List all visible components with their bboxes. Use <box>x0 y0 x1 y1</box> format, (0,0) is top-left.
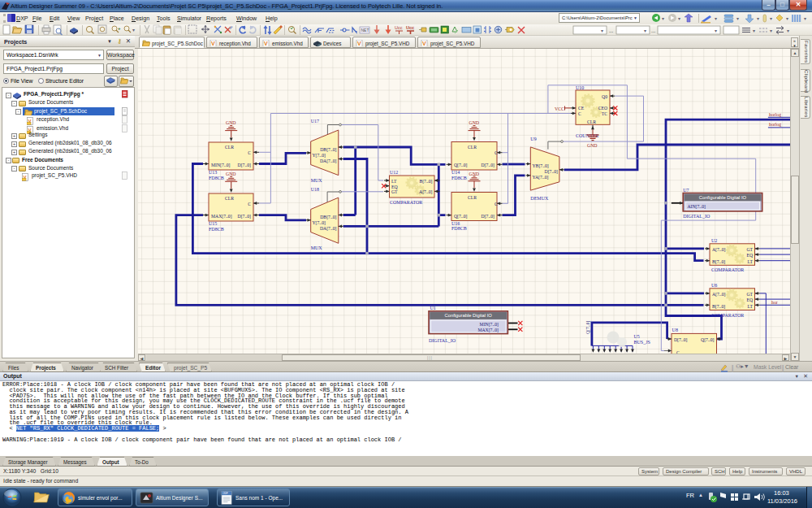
svg-text:Ucc: Ucc <box>406 25 414 30</box>
svg-text:DA[7..0]: DA[7..0] <box>320 158 337 163</box>
svg-text:▾: ▾ <box>644 28 646 33</box>
svg-text:V: V <box>264 41 268 46</box>
svg-text:B[7..0]: B[7..0] <box>712 304 725 309</box>
svg-text:▾: ▾ <box>736 16 739 21</box>
svg-text:MIN[7..0]: MIN[7..0] <box>480 322 499 327</box>
svg-text:▾: ▾ <box>787 28 789 33</box>
svg-text:YA[7..0]: YA[7..0] <box>533 175 549 180</box>
svg-text:horlog: horlog <box>769 122 781 127</box>
svg-text:COMPARATOR: COMPARATOR <box>711 313 744 318</box>
svg-text:ODF: ODF <box>222 492 228 495</box>
svg-text:GND: GND <box>587 143 598 148</box>
svg-text:DIGITAL_IO: DIGITAL_IO <box>683 214 710 219</box>
svg-text:FD8CB: FD8CB <box>209 227 224 232</box>
svg-text:LT: LT <box>748 259 754 264</box>
svg-text:U14: U14 <box>451 170 460 175</box>
svg-text:B[7..0]: B[7..0] <box>712 259 725 264</box>
svg-text:▾: ▾ <box>786 16 788 21</box>
svg-text:EQ: EQ <box>746 253 753 258</box>
svg-text:V: V <box>211 41 215 46</box>
svg-text:+: + <box>118 26 121 31</box>
svg-text:NET: NET <box>361 28 369 33</box>
svg-text:▾: ▾ <box>601 28 603 33</box>
svg-text:Y[7..0]: Y[7..0] <box>313 153 326 158</box>
svg-text:MUX: MUX <box>311 178 323 183</box>
svg-text:C: C <box>248 150 251 155</box>
svg-text:horlog: horlog <box>769 112 781 117</box>
svg-text:Configurable Digital IO: Configurable Digital IO <box>445 313 493 318</box>
svg-text:A[7..0]: A[7..0] <box>712 292 726 297</box>
svg-text:DA[7..0]: DA[7..0] <box>320 226 337 231</box>
svg-text:YB[7..0]: YB[7..0] <box>533 163 549 168</box>
svg-text:▾: ▾ <box>753 28 755 33</box>
svg-text:▾: ▾ <box>770 28 772 33</box>
svg-text:U15: U15 <box>209 221 217 226</box>
svg-text:D[7..0]: D[7..0] <box>238 214 252 219</box>
svg-text:...: ... <box>651 28 656 33</box>
svg-text:CLR: CLR <box>225 145 234 150</box>
svg-text:D[7..0]: D[7..0] <box>482 214 495 219</box>
svg-text:U10: U10 <box>576 85 584 90</box>
svg-text:CE: CE <box>578 106 585 111</box>
svg-text:U9: U9 <box>530 137 536 141</box>
svg-text:DEMUX: DEMUX <box>530 196 549 201</box>
svg-text:COMPARATOR: COMPARATOR <box>390 200 422 205</box>
svg-text:GT: GT <box>746 247 753 252</box>
svg-text:LT: LT <box>391 179 397 184</box>
svg-text:GT: GT <box>746 292 753 297</box>
svg-text:▾: ▾ <box>770 16 772 21</box>
svg-text:MAX[7..0]: MAX[7..0] <box>211 214 232 219</box>
svg-text:U18: U18 <box>311 187 319 192</box>
svg-text:DB[7..0]: DB[7..0] <box>320 147 336 152</box>
svg-text:U1: U1 <box>430 306 435 310</box>
svg-text:U16: U16 <box>451 221 460 226</box>
svg-text:LT: LT <box>748 304 754 309</box>
svg-text:C: C <box>578 111 581 116</box>
svg-text:U7: U7 <box>683 188 689 193</box>
svg-text:GND: GND <box>469 172 480 176</box>
svg-text:FD8CB: FD8CB <box>451 176 467 180</box>
svg-text:FD8CB: FD8CB <box>209 176 224 180</box>
svg-text:Q[7..0]: Q[7..0] <box>701 337 715 342</box>
svg-text:VCC: VCC <box>555 106 564 111</box>
svg-text:hor: hor <box>771 300 778 305</box>
svg-text:U17: U17 <box>311 119 319 124</box>
svg-text:▾: ▾ <box>715 28 717 33</box>
svg-text:CEO: CEO <box>598 106 607 111</box>
svg-text:D[7..0]: D[7..0] <box>482 163 495 167</box>
svg-text:GND: GND <box>226 172 236 176</box>
svg-text:▾: ▾ <box>715 16 717 21</box>
svg-text:A[7..0]: A[7..0] <box>712 247 726 252</box>
svg-text:MUX: MUX <box>311 245 323 250</box>
svg-text:CLR: CLR <box>587 119 596 124</box>
svg-text:▾: ▾ <box>678 16 680 21</box>
svg-text:U2: U2 <box>711 238 717 243</box>
svg-text:Configurable Digital IO: Configurable Digital IO <box>699 195 747 200</box>
svg-text:MAX[7..0]: MAX[7..0] <box>477 328 499 332</box>
svg-text:D[7..0]: D[7..0] <box>674 337 688 342</box>
svg-text:A[7..0]: A[7..0] <box>419 189 433 194</box>
svg-text:U6: U6 <box>711 283 717 288</box>
svg-text:Q[7..0]: Q[7..0] <box>585 320 590 334</box>
svg-text:DB[7..0]: DB[7..0] <box>320 215 336 219</box>
svg-text:D[7..0]: D[7..0] <box>238 163 252 167</box>
svg-text:▾: ▾ <box>757 16 759 21</box>
svg-text:FD8CB: FD8CB <box>451 226 467 231</box>
svg-text:U13: U13 <box>209 170 217 175</box>
svg-text:▾: ▾ <box>662 16 664 21</box>
svg-text:...: ... <box>609 28 614 33</box>
svg-text:GND: GND <box>226 120 236 125</box>
svg-text:COMPARATOR: COMPARATOR <box>711 267 744 272</box>
svg-text:U8: U8 <box>672 328 678 332</box>
svg-text:V: V <box>422 41 426 46</box>
svg-text:▾: ▾ <box>804 16 806 21</box>
svg-text:GT: GT <box>391 189 398 194</box>
svg-text:V: V <box>357 41 361 46</box>
svg-text:CLR: CLR <box>468 195 477 200</box>
svg-text:U12: U12 <box>390 170 398 175</box>
svg-text:AIN[7..0]: AIN[7..0] <box>688 204 706 209</box>
svg-text:C: C <box>495 202 498 206</box>
svg-text:▾: ▾ <box>132 28 135 33</box>
svg-text:Q[7..0]: Q[7..0] <box>454 163 468 167</box>
svg-text:DIGITAL_IO: DIGITAL_IO <box>429 338 456 343</box>
